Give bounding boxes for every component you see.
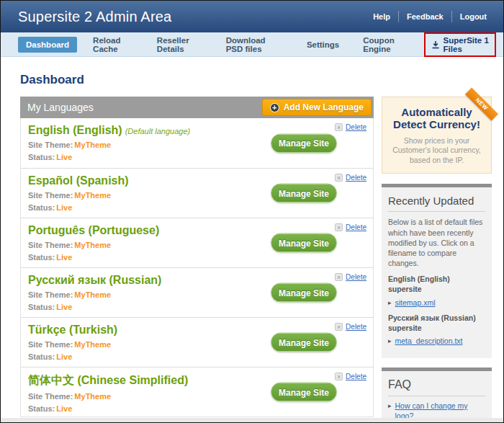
delete-link-label: Delete: [346, 223, 366, 231]
my-languages-panel: My Languages Add New Language English (E…: [20, 97, 374, 417]
sidebar: NEW Automatically Detect Currency! Show …: [382, 97, 492, 423]
page-title: Dashboard: [20, 73, 492, 87]
manage-site-button[interactable]: Manage Site: [271, 333, 337, 352]
file-link-label[interactable]: meta_description.txt: [395, 337, 463, 347]
download-icon: [431, 40, 440, 49]
site-theme-value: MyTheme: [74, 141, 111, 149]
delete-link[interactable]: Delete: [335, 123, 366, 131]
status-value: Live: [56, 303, 72, 311]
nav-item-download-psd-files[interactable]: Download PSD files: [218, 32, 291, 57]
delete-link[interactable]: Delete: [335, 273, 366, 281]
status-value: Live: [56, 153, 72, 161]
main-nav: DashboardReload CacheReseller DetailsDow…: [1, 32, 503, 57]
language-row: Português (Portuguese) Site Theme:MyThem…: [21, 218, 373, 267]
site-theme-label: Site Theme:: [28, 392, 73, 401]
delete-link-label: Delete: [346, 323, 366, 331]
updated-file-link[interactable]: meta_description.txt: [388, 337, 485, 347]
language-name: Türkçe (Turkish): [28, 324, 117, 336]
site-theme-label: Site Theme:: [28, 340, 73, 349]
supersite1-files-link[interactable]: SuperSite 1 Files: [424, 32, 496, 57]
site-theme-value: MyTheme: [74, 191, 111, 200]
language-name: Português (Portuguese): [28, 224, 159, 236]
nav-item-dashboard[interactable]: Dashboard: [18, 37, 77, 53]
status-label: Status:: [28, 253, 55, 262]
delete-icon: [335, 123, 343, 131]
add-new-language-button[interactable]: Add New Language: [262, 99, 372, 116]
language-row: Español (Spanish) Site Theme:MyTheme Sta…: [21, 168, 373, 218]
header-link-logout[interactable]: Logout: [451, 11, 495, 22]
arrow-bullet-icon: [388, 337, 392, 347]
site-theme-value: MyTheme: [74, 340, 111, 349]
delete-icon: [335, 223, 343, 231]
status-value: Live: [56, 404, 72, 413]
manage-site-button[interactable]: Manage Site: [271, 133, 337, 153]
status-label: Status:: [28, 352, 55, 361]
nav-item-reseller-details[interactable]: Reseller Details: [149, 32, 210, 57]
site-theme-value: MyTheme: [74, 290, 111, 299]
currency-promo-title: Automatically Detect Currency!: [387, 106, 487, 131]
add-button-label: Add New Language: [284, 102, 364, 112]
language-row: 简体中文 (Chinese Simplified) Site Theme:MyT…: [21, 367, 373, 417]
status-label: Status:: [28, 404, 55, 413]
language-row: Русский язык (Russian) Site Theme:MyThem…: [21, 267, 373, 317]
plus-icon: [270, 103, 279, 112]
manage-site-button[interactable]: Manage Site: [271, 283, 337, 303]
app-title: Supersite 2 Admin Area: [18, 9, 171, 25]
delete-link-label: Delete: [346, 174, 366, 182]
faq-section: FAQ How can I change my logo?Why can't I…: [382, 368, 492, 423]
status-value: Live: [56, 203, 72, 212]
site-theme-label: Site Theme:: [28, 141, 73, 149]
nav-item-reload-cache[interactable]: Reload Cache: [85, 32, 141, 57]
language-name: 简体中文 (Chinese Simplified): [28, 374, 188, 386]
delete-icon: [335, 174, 343, 182]
faq-title: FAQ: [388, 376, 485, 396]
recently-updated-title: Recently Updated: [388, 192, 485, 212]
status-label: Status:: [28, 203, 55, 212]
manage-site-button[interactable]: Manage Site: [271, 233, 337, 253]
delete-link[interactable]: Delete: [335, 323, 366, 331]
nav-item-settings[interactable]: Settings: [299, 37, 347, 53]
updated-file-link[interactable]: sitemap.xml: [388, 298, 485, 308]
manage-site-button[interactable]: Manage Site: [271, 184, 337, 203]
site-theme-label: Site Theme:: [28, 290, 73, 299]
arrow-bullet-icon: [388, 298, 392, 308]
delete-icon: [335, 373, 343, 380]
nav-item-coupon-engine[interactable]: Coupon Engine: [355, 32, 415, 57]
delete-link[interactable]: Delete: [335, 223, 366, 231]
delete-icon: [335, 323, 343, 331]
panel-title: My Languages: [27, 102, 94, 113]
manage-site-button[interactable]: Manage Site: [271, 383, 337, 402]
status-label: Status:: [28, 153, 55, 161]
header-link-help[interactable]: Help: [365, 11, 398, 22]
delete-link-label: Delete: [346, 273, 366, 281]
language-row: English (English)(Default language) Site…: [21, 118, 373, 168]
status-value: Live: [56, 253, 72, 262]
admin-page: Supersite 2 Admin Area HelpFeedbackLogou…: [0, 0, 504, 423]
recently-updated-section: Recently Updated Below is a list of defa…: [382, 184, 492, 358]
language-name: Español (Spanish): [28, 174, 129, 187]
language-list: English (English)(Default language) Site…: [20, 118, 374, 417]
files-link-label: SuperSite 1 Files: [444, 36, 489, 53]
default-language-note: (Default language): [125, 127, 191, 135]
file-link-label[interactable]: sitemap.xml: [395, 298, 436, 308]
delete-icon: [335, 273, 343, 281]
site-theme-label: Site Theme:: [28, 191, 73, 200]
delete-link-label: Delete: [346, 373, 366, 380]
delete-link[interactable]: Delete: [335, 373, 366, 380]
updated-group-label: Русский язык (Russian) supersite: [388, 313, 485, 333]
status-value: Live: [56, 352, 72, 361]
site-theme-value: MyTheme: [74, 392, 111, 401]
site-theme-label: Site Theme:: [28, 241, 73, 249]
language-name: Русский язык (Russian): [28, 274, 161, 286]
header-links: HelpFeedbackLogout: [365, 11, 495, 22]
language-row: Türkçe (Turkish) Site Theme:MyTheme Stat…: [21, 317, 373, 367]
currency-promo-text: Show prices in your Customer's local cur…: [387, 136, 487, 166]
app-header: Supersite 2 Admin Area HelpFeedbackLogou…: [1, 1, 503, 32]
content-area: Dashboard My Languages Add New Language …: [1, 57, 503, 423]
site-theme-value: MyTheme: [74, 241, 111, 249]
delete-link-label: Delete: [346, 123, 366, 131]
page-bottom-strip: [1, 418, 503, 422]
header-link-feedback[interactable]: Feedback: [398, 11, 451, 22]
delete-link[interactable]: Delete: [335, 174, 366, 182]
currency-promo: NEW Automatically Detect Currency! Show …: [382, 97, 492, 174]
